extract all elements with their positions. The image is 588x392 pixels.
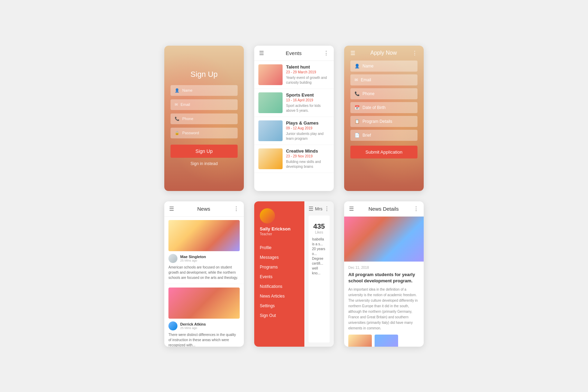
password-input[interactable]: 🔒 Password [171, 128, 238, 138]
event-item-1[interactable]: Talent hunt 23 - 29 March 2019 Yearly ev… [254, 61, 334, 89]
lock-icon: 🔒 [175, 131, 180, 135]
profile-likes-label: Likes [312, 230, 326, 234]
event-img-1 [258, 64, 283, 85]
apply-email-icon: ✉ [355, 78, 358, 82]
drawer-menu-profile[interactable]: Profile [260, 243, 299, 253]
event-desc-4: Building new skills and developing brain… [286, 159, 330, 169]
news-thumb-2 [375, 335, 398, 347]
apply-calendar-icon: 📅 [355, 105, 360, 110]
news-excerpt-2: There were distinct differences in the q… [168, 332, 240, 347]
event-item-4[interactable]: Creative Minds 23 - 29 Nov 2019 Building… [254, 145, 334, 173]
profile-more-icon[interactable]: ⋮ [324, 206, 330, 212]
author-time-2: 25 Mins ago [180, 326, 240, 330]
apply-hamburger-icon[interactable]: ☰ [350, 50, 355, 56]
more-icon[interactable]: ⋮ [323, 50, 329, 56]
event-item-3[interactable]: Plays & Games 09 - 12 Aug 2019 Junior st… [254, 117, 334, 145]
event-title-1: Talent hunt [286, 64, 330, 70]
hamburger-icon[interactable]: ☰ [259, 50, 264, 56]
news-author-1: Mae Singleton 25 Mins ago [168, 254, 240, 263]
event-content-1: Talent hunt 23 - 29 March 2019 Yearly ev… [286, 64, 330, 85]
drawer-menu-events[interactable]: Events [260, 272, 299, 282]
events-card: ☰ Events ⋮ Talent hunt 23 - 29 March 201… [254, 46, 334, 191]
signup-button[interactable]: Sign Up [171, 145, 238, 158]
app-grid: Sign Up 👤 Name ✉ Email 📞 Phone 🔒 Passwor… [164, 46, 424, 347]
email-placeholder: Email [181, 102, 190, 107]
drawer-menu-programs[interactable]: Programs [260, 262, 299, 272]
apply-email-label: Email [361, 78, 371, 82]
drawer-user-role: Teacher [260, 232, 299, 236]
profile-bio: Isabella is a s... 20 years o... Degree … [312, 237, 326, 276]
apply-dob-input[interactable]: 📅 Date of Birth [350, 102, 417, 113]
news-header: ☰ News ⋮ [164, 201, 244, 217]
profile-drawer-card: Sally Erickson Teacher Profile Messages … [254, 201, 334, 347]
author-time-1: 25 Mins ago [180, 259, 240, 262]
email-input[interactable]: ✉ Email [171, 99, 238, 110]
news-detail-hero-image [344, 217, 424, 262]
news-article-1[interactable]: Mae Singleton 25 Mins ago American schoo… [164, 217, 244, 284]
apply-more-icon[interactable]: ⋮ [412, 50, 417, 56]
submit-application-button[interactable]: Submit Application [350, 146, 417, 158]
event-img-2 [258, 92, 283, 113]
event-content-2: Sports Event 13 - 16 April 2019 Sport ac… [286, 92, 330, 113]
news-image-2 [168, 288, 240, 319]
apply-brief-icon: 📄 [355, 133, 360, 138]
name-input[interactable]: 👤 Name [171, 85, 238, 96]
drawer-menu-notifications[interactable]: Notifications [260, 282, 299, 291]
drawer-menu-settings[interactable]: Settings [260, 301, 299, 311]
apply-program-input[interactable]: 📋 Program Details [350, 116, 417, 127]
apply-phone-input[interactable]: 📞 Phone [350, 88, 417, 99]
apply-email-input[interactable]: ✉ Email [350, 74, 417, 85]
signup-title: Sign Up [171, 70, 238, 79]
event-item-2[interactable]: Sports Event 13 - 16 April 2019 Sport ac… [254, 89, 334, 117]
drawer-menu-signout[interactable]: Sign Out [260, 311, 299, 320]
author-avatar-2 [168, 321, 177, 330]
author-avatar-1 [168, 254, 177, 263]
event-desc-2: Sport activities for kids above 5 years. [286, 103, 330, 113]
news-detail-hamburger-icon[interactable]: ☰ [349, 206, 354, 212]
event-date-2: 13 - 16 April 2019 [286, 98, 330, 102]
author-info-2: Derrick Atkins 25 Mins ago [180, 322, 240, 330]
drawer-menu-news-articles[interactable]: News Articles [260, 291, 299, 301]
password-placeholder: Password [182, 131, 199, 135]
profile-content-name: Mrs [315, 206, 323, 211]
apply-header: ☰ Apply Now ⋮ [350, 46, 417, 61]
news-detail-thumbnails [348, 335, 420, 347]
apply-phone-icon: 📞 [355, 91, 360, 96]
apply-name-input[interactable]: 👤 Name [350, 61, 417, 72]
signin-link[interactable]: Sign in instead [171, 161, 238, 166]
event-desc-3: Junior students play and learn program [286, 131, 330, 141]
apply-brief-label: Brief [362, 133, 371, 138]
signup-card: Sign Up 👤 Name ✉ Email 📞 Phone 🔒 Passwor… [164, 46, 244, 191]
apply-card: ☰ Apply Now ⋮ 👤 Name ✉ Email 📞 Phone 📅 D… [344, 46, 424, 191]
profile-hamburger-icon[interactable]: ☰ [309, 206, 313, 212]
drawer-menu-messages[interactable]: Messages [260, 253, 299, 262]
event-img-4 [258, 148, 283, 169]
event-date-4: 23 - 29 Nov 2019 [286, 154, 330, 158]
phone-input[interactable]: 📞 Phone [171, 113, 238, 124]
event-date-3: 09 - 12 Aug 2019 [286, 126, 330, 130]
event-content-4: Creative Minds 23 - 29 Nov 2019 Building… [286, 148, 330, 169]
event-content-3: Plays & Games 09 - 12 Aug 2019 Junior st… [286, 120, 330, 141]
person-icon: 👤 [175, 88, 180, 93]
phone-placeholder: Phone [182, 117, 193, 121]
news-image-1 [168, 220, 240, 251]
news-detail-content: Dec 11, 2018 All program students for ye… [344, 262, 424, 347]
apply-program-label: Program Details [362, 119, 392, 124]
news-card: ☰ News ⋮ Mae Singleton 25 Mins ago Ameri… [164, 201, 244, 347]
news-detail-article-title: All program students for yearly school d… [348, 272, 420, 284]
news-more-icon[interactable]: ⋮ [233, 206, 239, 212]
news-excerpt-1: American schools are focused on student … [168, 265, 240, 280]
news-article-2[interactable]: Derrick Atkins 25 Mins ago There were di… [164, 284, 244, 347]
news-detail-date: Dec 11, 2018 [348, 266, 420, 270]
events-list: Talent hunt 23 - 29 March 2019 Yearly ev… [254, 61, 334, 173]
apply-name-label: Name [362, 64, 374, 69]
news-detail-more-icon[interactable]: ⋮ [413, 206, 419, 212]
phone-icon: 📞 [175, 117, 180, 121]
author-info-1: Mae Singleton 25 Mins ago [180, 255, 240, 262]
profile-section: 435 Likes Isabella is a s... 20 years o.… [309, 216, 330, 343]
news-hamburger-icon[interactable]: ☰ [169, 206, 174, 212]
apply-brief-input[interactable]: 📄 Brief [350, 130, 417, 141]
news-detail-article-text: An important idea in the definition of a… [348, 287, 420, 331]
profile-content-header: ☰ Mrs ⋮ [309, 206, 330, 212]
author-name-2: Derrick Atkins [180, 322, 240, 326]
